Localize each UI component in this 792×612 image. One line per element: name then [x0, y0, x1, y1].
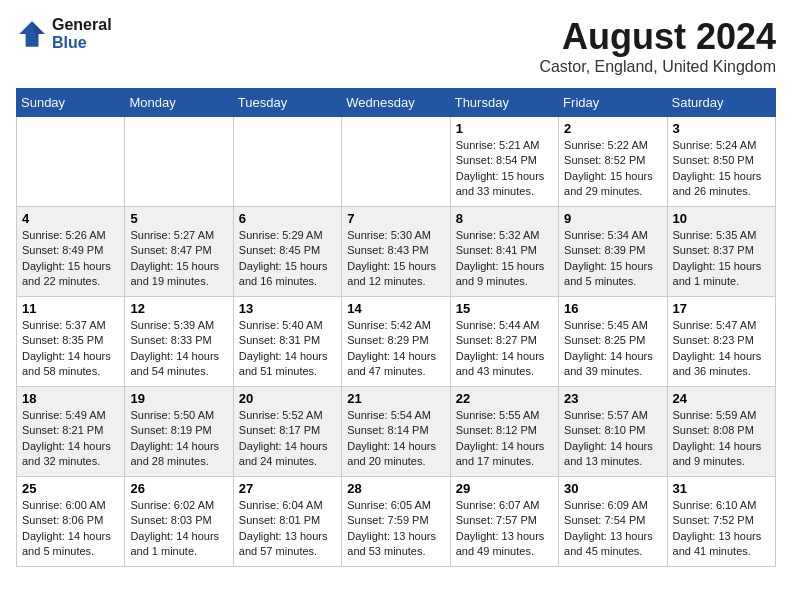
table-row: 26Sunrise: 6:02 AMSunset: 8:03 PMDayligh… [125, 477, 233, 567]
calendar-week-row: 4Sunrise: 5:26 AMSunset: 8:49 PMDaylight… [17, 207, 776, 297]
day-info: Sunrise: 6:07 AMSunset: 7:57 PMDaylight:… [456, 498, 553, 560]
col-monday: Monday [125, 89, 233, 117]
day-number: 12 [130, 301, 227, 316]
location: Castor, England, United Kingdom [539, 58, 776, 76]
table-row: 2Sunrise: 5:22 AMSunset: 8:52 PMDaylight… [559, 117, 667, 207]
table-row: 25Sunrise: 6:00 AMSunset: 8:06 PMDayligh… [17, 477, 125, 567]
calendar-table: Sunday Monday Tuesday Wednesday Thursday… [16, 88, 776, 567]
table-row: 29Sunrise: 6:07 AMSunset: 7:57 PMDayligh… [450, 477, 558, 567]
table-row: 19Sunrise: 5:50 AMSunset: 8:19 PMDayligh… [125, 387, 233, 477]
calendar-week-row: 11Sunrise: 5:37 AMSunset: 8:35 PMDayligh… [17, 297, 776, 387]
table-row: 11Sunrise: 5:37 AMSunset: 8:35 PMDayligh… [17, 297, 125, 387]
col-friday: Friday [559, 89, 667, 117]
logo: General Blue [16, 16, 112, 52]
day-info: Sunrise: 5:35 AMSunset: 8:37 PMDaylight:… [673, 228, 770, 290]
day-number: 3 [673, 121, 770, 136]
calendar-week-row: 1Sunrise: 5:21 AMSunset: 8:54 PMDaylight… [17, 117, 776, 207]
table-row: 22Sunrise: 5:55 AMSunset: 8:12 PMDayligh… [450, 387, 558, 477]
calendar-week-row: 18Sunrise: 5:49 AMSunset: 8:21 PMDayligh… [17, 387, 776, 477]
table-row: 10Sunrise: 5:35 AMSunset: 8:37 PMDayligh… [667, 207, 775, 297]
logo-icon [16, 18, 48, 50]
day-info: Sunrise: 5:21 AMSunset: 8:54 PMDaylight:… [456, 138, 553, 200]
day-info: Sunrise: 6:05 AMSunset: 7:59 PMDaylight:… [347, 498, 444, 560]
day-number: 8 [456, 211, 553, 226]
day-info: Sunrise: 6:04 AMSunset: 8:01 PMDaylight:… [239, 498, 336, 560]
day-info: Sunrise: 5:57 AMSunset: 8:10 PMDaylight:… [564, 408, 661, 470]
table-row: 31Sunrise: 6:10 AMSunset: 7:52 PMDayligh… [667, 477, 775, 567]
day-number: 30 [564, 481, 661, 496]
calendar-week-row: 25Sunrise: 6:00 AMSunset: 8:06 PMDayligh… [17, 477, 776, 567]
table-row: 13Sunrise: 5:40 AMSunset: 8:31 PMDayligh… [233, 297, 341, 387]
day-number: 25 [22, 481, 119, 496]
day-number: 1 [456, 121, 553, 136]
day-info: Sunrise: 5:47 AMSunset: 8:23 PMDaylight:… [673, 318, 770, 380]
day-info: Sunrise: 5:39 AMSunset: 8:33 PMDaylight:… [130, 318, 227, 380]
day-info: Sunrise: 5:37 AMSunset: 8:35 PMDaylight:… [22, 318, 119, 380]
day-number: 5 [130, 211, 227, 226]
day-number: 16 [564, 301, 661, 316]
day-info: Sunrise: 5:30 AMSunset: 8:43 PMDaylight:… [347, 228, 444, 290]
day-info: Sunrise: 6:02 AMSunset: 8:03 PMDaylight:… [130, 498, 227, 560]
table-row: 28Sunrise: 6:05 AMSunset: 7:59 PMDayligh… [342, 477, 450, 567]
table-row: 14Sunrise: 5:42 AMSunset: 8:29 PMDayligh… [342, 297, 450, 387]
table-row [233, 117, 341, 207]
day-info: Sunrise: 6:10 AMSunset: 7:52 PMDaylight:… [673, 498, 770, 560]
table-row: 18Sunrise: 5:49 AMSunset: 8:21 PMDayligh… [17, 387, 125, 477]
day-number: 9 [564, 211, 661, 226]
table-row: 12Sunrise: 5:39 AMSunset: 8:33 PMDayligh… [125, 297, 233, 387]
day-info: Sunrise: 5:52 AMSunset: 8:17 PMDaylight:… [239, 408, 336, 470]
table-row: 30Sunrise: 6:09 AMSunset: 7:54 PMDayligh… [559, 477, 667, 567]
table-row: 9Sunrise: 5:34 AMSunset: 8:39 PMDaylight… [559, 207, 667, 297]
day-number: 18 [22, 391, 119, 406]
day-number: 19 [130, 391, 227, 406]
day-info: Sunrise: 6:00 AMSunset: 8:06 PMDaylight:… [22, 498, 119, 560]
day-number: 2 [564, 121, 661, 136]
day-info: Sunrise: 5:55 AMSunset: 8:12 PMDaylight:… [456, 408, 553, 470]
day-number: 15 [456, 301, 553, 316]
day-number: 21 [347, 391, 444, 406]
day-info: Sunrise: 6:09 AMSunset: 7:54 PMDaylight:… [564, 498, 661, 560]
col-sunday: Sunday [17, 89, 125, 117]
table-row: 21Sunrise: 5:54 AMSunset: 8:14 PMDayligh… [342, 387, 450, 477]
table-row: 17Sunrise: 5:47 AMSunset: 8:23 PMDayligh… [667, 297, 775, 387]
day-number: 14 [347, 301, 444, 316]
day-info: Sunrise: 5:49 AMSunset: 8:21 PMDaylight:… [22, 408, 119, 470]
day-number: 17 [673, 301, 770, 316]
day-info: Sunrise: 5:27 AMSunset: 8:47 PMDaylight:… [130, 228, 227, 290]
day-number: 10 [673, 211, 770, 226]
month-year: August 2024 [539, 16, 776, 58]
day-info: Sunrise: 5:44 AMSunset: 8:27 PMDaylight:… [456, 318, 553, 380]
logo-text-line1: General [52, 16, 112, 34]
logo-text-line2: Blue [52, 34, 112, 52]
day-number: 28 [347, 481, 444, 496]
col-tuesday: Tuesday [233, 89, 341, 117]
day-number: 13 [239, 301, 336, 316]
table-row: 7Sunrise: 5:30 AMSunset: 8:43 PMDaylight… [342, 207, 450, 297]
day-number: 4 [22, 211, 119, 226]
table-row: 16Sunrise: 5:45 AMSunset: 8:25 PMDayligh… [559, 297, 667, 387]
table-row: 15Sunrise: 5:44 AMSunset: 8:27 PMDayligh… [450, 297, 558, 387]
day-info: Sunrise: 5:24 AMSunset: 8:50 PMDaylight:… [673, 138, 770, 200]
table-row [342, 117, 450, 207]
table-row: 27Sunrise: 6:04 AMSunset: 8:01 PMDayligh… [233, 477, 341, 567]
table-row: 8Sunrise: 5:32 AMSunset: 8:41 PMDaylight… [450, 207, 558, 297]
table-row: 20Sunrise: 5:52 AMSunset: 8:17 PMDayligh… [233, 387, 341, 477]
day-number: 6 [239, 211, 336, 226]
day-number: 24 [673, 391, 770, 406]
calendar-header-row: Sunday Monday Tuesday Wednesday Thursday… [17, 89, 776, 117]
title-block: August 2024 Castor, England, United King… [539, 16, 776, 76]
day-info: Sunrise: 5:26 AMSunset: 8:49 PMDaylight:… [22, 228, 119, 290]
day-number: 23 [564, 391, 661, 406]
day-number: 26 [130, 481, 227, 496]
table-row: 4Sunrise: 5:26 AMSunset: 8:49 PMDaylight… [17, 207, 125, 297]
col-wednesday: Wednesday [342, 89, 450, 117]
day-info: Sunrise: 5:29 AMSunset: 8:45 PMDaylight:… [239, 228, 336, 290]
day-info: Sunrise: 5:45 AMSunset: 8:25 PMDaylight:… [564, 318, 661, 380]
day-info: Sunrise: 5:34 AMSunset: 8:39 PMDaylight:… [564, 228, 661, 290]
col-saturday: Saturday [667, 89, 775, 117]
day-number: 11 [22, 301, 119, 316]
col-thursday: Thursday [450, 89, 558, 117]
day-info: Sunrise: 5:40 AMSunset: 8:31 PMDaylight:… [239, 318, 336, 380]
table-row: 24Sunrise: 5:59 AMSunset: 8:08 PMDayligh… [667, 387, 775, 477]
day-info: Sunrise: 5:59 AMSunset: 8:08 PMDaylight:… [673, 408, 770, 470]
